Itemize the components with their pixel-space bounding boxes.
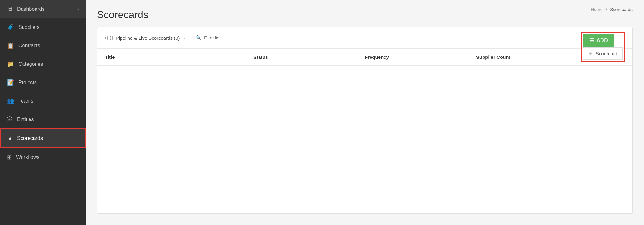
scorecard-option[interactable]: ★ Scorecard — [583, 47, 623, 60]
sidebar-label-dashboards: Dashboards — [17, 6, 44, 12]
page-header: Scorecards Home / Scorecards — [86, 0, 644, 27]
sidebar-item-teams[interactable]: 👥 Teams — [0, 92, 86, 110]
dashboards-icon: 🖥 — [7, 6, 13, 12]
sidebar-label-teams: Teams — [18, 98, 33, 104]
col-header-frequency: Frequency — [365, 54, 476, 60]
sidebar-item-scorecards[interactable]: ★ Scorecards — [0, 128, 86, 148]
categories-icon: 📁 — [7, 61, 14, 68]
add-label: ADD — [596, 38, 608, 44]
scorecard-option-label: Scorecard — [596, 51, 617, 56]
page-title: Scorecards — [97, 9, 633, 21]
breadcrumb-home: Home — [591, 7, 602, 12]
chevron-icon: › — [77, 7, 79, 11]
sidebar-item-workflows[interactable]: ⊞ Workflows — [0, 148, 86, 167]
filter-container: 🔍 ✕ — [195, 35, 625, 41]
pipeline-icon: ((·)) — [105, 35, 113, 41]
scorecards-card: ((·)) Pipeline & Live Scorecards (0) › 🔍… — [97, 27, 633, 214]
add-dropdown-area: ☰ ADD ★ Scorecard — [581, 32, 625, 62]
sidebar-label-entities: Entities — [17, 117, 34, 122]
sidebar-label-suppliers: Suppliers — [18, 24, 40, 30]
sidebar: 🖥 Dashboards › 🧳 Suppliers 📋 Contracts 📁… — [0, 0, 86, 225]
entities-icon: 🏛 — [7, 116, 13, 123]
sidebar-item-categories[interactable]: 📁 Categories — [0, 55, 86, 73]
content-area: ((·)) Pipeline & Live Scorecards (0) › 🔍… — [86, 27, 644, 225]
menu-lines-icon: ☰ — [589, 38, 594, 44]
filter-input[interactable] — [204, 35, 618, 40]
breadcrumb: Home / Scorecards — [591, 7, 633, 12]
toolbar-divider — [190, 33, 190, 43]
contracts-icon: 📋 — [7, 42, 14, 49]
table-header: TitleStatusFrequencySupplier Count — [97, 49, 632, 66]
main-content: Scorecards Home / Scorecards ((·)) Pipel… — [86, 0, 644, 225]
teams-icon: 👥 — [7, 98, 14, 105]
sidebar-item-dashboards[interactable]: 🖥 Dashboards › — [0, 0, 86, 18]
sidebar-item-suppliers[interactable]: 🧳 Suppliers — [0, 18, 86, 37]
sidebar-label-projects: Projects — [18, 80, 37, 85]
toolbar: ((·)) Pipeline & Live Scorecards (0) › 🔍… — [97, 27, 632, 49]
breadcrumb-separator: / — [606, 7, 607, 12]
suppliers-icon: 🧳 — [7, 24, 14, 31]
add-button[interactable]: ☰ ADD — [583, 34, 614, 47]
sidebar-label-contracts: Contracts — [18, 43, 40, 49]
col-header-title: Title — [105, 54, 253, 60]
col-header-status: Status — [253, 54, 365, 60]
sidebar-label-workflows: Workflows — [16, 154, 40, 160]
pipeline-tab[interactable]: ((·)) Pipeline & Live Scorecards (0) › — [105, 35, 185, 41]
projects-icon: 📝 — [7, 79, 14, 86]
search-icon: 🔍 — [195, 35, 201, 41]
breadcrumb-current: Scorecards — [610, 7, 633, 12]
star-icon: ★ — [588, 51, 593, 56]
pipeline-label: Pipeline & Live Scorecards (0) — [116, 35, 180, 41]
sidebar-label-categories: Categories — [18, 61, 43, 67]
scorecards-icon: ★ — [8, 135, 13, 142]
sidebar-label-scorecards: Scorecards — [17, 135, 43, 141]
pipeline-chevron-icon: › — [184, 36, 185, 40]
sidebar-item-entities[interactable]: 🏛 Entities — [0, 110, 86, 128]
sidebar-item-projects[interactable]: 📝 Projects — [0, 73, 86, 92]
workflows-icon: ⊞ — [7, 154, 12, 161]
sidebar-item-contracts[interactable]: 📋 Contracts — [0, 37, 86, 55]
